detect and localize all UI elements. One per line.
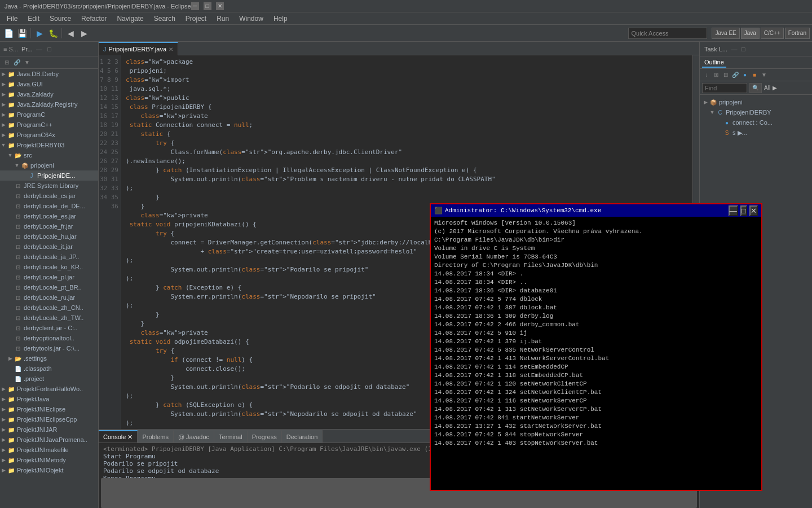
persp-fortran[interactable]: Fortran xyxy=(785,28,810,39)
find-input[interactable] xyxy=(702,83,747,93)
persp-java[interactable]: Java xyxy=(741,28,760,39)
tree-item[interactable]: ⊡derbyLocale_es.jar xyxy=(0,211,98,221)
tree-item[interactable]: ▶📁ProgramC xyxy=(0,110,98,120)
menu-edit[interactable]: Edit xyxy=(23,14,44,24)
tab-javadoc[interactable]: @ Javadoc xyxy=(174,430,214,443)
outline-btn3[interactable]: ⊟ xyxy=(721,71,730,80)
forward-button[interactable]: ▶ xyxy=(78,27,90,40)
menu-navigate[interactable]: Navigate xyxy=(112,14,148,24)
tab-terminal[interactable]: Terminal xyxy=(214,430,248,443)
tree-item[interactable]: ▶📁Java.GUI xyxy=(0,79,98,89)
back-button[interactable]: ◀ xyxy=(64,27,77,40)
tree-item[interactable]: ▶📁ProjektJava xyxy=(0,394,98,404)
new-button[interactable]: 📄 xyxy=(2,27,15,40)
tree-item[interactable]: ⊡derbyLocale_cs.jar xyxy=(0,191,98,201)
tree-item[interactable]: ▶📁ProjektJNIJAR xyxy=(0,424,98,435)
quick-access-box[interactable]: Quick Access xyxy=(628,28,707,39)
persp-cpp[interactable]: C/C++ xyxy=(761,28,784,39)
cmd-maximize[interactable]: □ xyxy=(740,205,747,216)
debug-button[interactable]: 🐛 xyxy=(47,27,59,40)
outline-btn4[interactable]: 🔗 xyxy=(731,71,740,80)
outline-class[interactable]: ▼ C PripojeniDERBY xyxy=(702,107,810,117)
tree-item[interactable]: ⊡derbyLocale_it.jar xyxy=(0,242,98,252)
link-editor-btn[interactable]: 🔗 xyxy=(12,58,21,67)
tree-item[interactable]: JPripojeniDE... xyxy=(0,170,98,181)
save-button[interactable]: 💾 xyxy=(16,27,28,40)
menu-search[interactable]: Search xyxy=(149,14,180,24)
tree-item[interactable]: ⊡derbyLocale_pt_BR.. xyxy=(0,282,98,292)
outline-btn5[interactable]: ● xyxy=(740,71,749,80)
cmd-minimize[interactable]: — xyxy=(729,205,738,216)
tree-item[interactable]: 📄.project xyxy=(0,374,98,384)
tree-item[interactable]: ▶📁ProjektJNIObjekt xyxy=(0,465,98,475)
outline-btn2[interactable]: ⊞ xyxy=(712,71,721,80)
tree-item[interactable]: ▶📁Java.Zaklady.Registry xyxy=(0,99,98,110)
menu-window[interactable]: Window xyxy=(235,14,268,24)
editor-tab-active[interactable]: J PripojeniDERBY.java ✕ xyxy=(99,42,178,55)
tree-item[interactable]: ▶📁ProjektFortranHalloWo.. xyxy=(0,384,98,394)
close-button[interactable]: ✕ xyxy=(216,2,224,10)
tree-item[interactable]: ▶📁ProjektJNIEclipseCpp xyxy=(0,414,98,424)
menu-file[interactable]: File xyxy=(2,14,22,24)
left-panel-tab1[interactable]: ≡ S... xyxy=(2,45,19,54)
menu-help[interactable]: Help xyxy=(269,14,292,24)
left-panel-maximize[interactable]: □ xyxy=(45,45,54,54)
outline-btn1[interactable]: ↓ xyxy=(702,71,711,80)
tree-item[interactable]: ▶📁ProjektJNIMetody xyxy=(0,455,98,465)
left-panel-tab2[interactable]: Pr... xyxy=(20,45,34,54)
tree-item[interactable]: ▼📁ProjektDERBY03 xyxy=(0,140,98,150)
tree-icon: 📦 xyxy=(20,161,29,170)
tree-item[interactable]: 📄.classpath xyxy=(0,364,98,374)
minimize-button[interactable]: ─ xyxy=(191,2,199,10)
collapse-all-btn[interactable]: ⊟ xyxy=(2,58,11,67)
task-list-tab[interactable]: Task L... xyxy=(702,45,730,54)
tree-item[interactable]: ⊡derbyoptionaltool.. xyxy=(0,333,98,343)
persp-javaee[interactable]: Java EE xyxy=(712,28,739,39)
tree-item[interactable]: ⊡derbyLocale_pl.jar xyxy=(0,272,98,282)
tab-declaration[interactable]: Declaration xyxy=(282,430,323,443)
outline-package[interactable]: ▶ 📦 pripojeni xyxy=(702,97,810,107)
tree-item[interactable]: ⊡derbytools.jar - C:\... xyxy=(0,343,98,353)
tree-item[interactable]: ⊡derbyLocale_ru.jar xyxy=(0,292,98,303)
tree-item[interactable]: ▶📁Java.DB.Derby xyxy=(0,69,98,79)
tab-console[interactable]: Console ✕ xyxy=(99,430,138,443)
tree-item[interactable]: ▶📁ProjektJNImakefile xyxy=(0,445,98,455)
outline-static-init[interactable]: S s ▶... xyxy=(702,128,810,138)
cmd-close[interactable]: ✕ xyxy=(749,205,758,216)
maximize-button[interactable]: □ xyxy=(204,2,211,10)
outline-tab-label[interactable]: Outline xyxy=(702,58,726,68)
tree-item[interactable]: ⊡JRE System Library xyxy=(0,181,98,191)
menu-source[interactable]: Source xyxy=(45,14,76,24)
tree-item[interactable]: ⊡derbyLocale_zh_TW.. xyxy=(0,313,98,323)
tree-item[interactable]: ▼📂src xyxy=(0,150,98,160)
tree-item[interactable]: ▶📁ProjektJNIJavaPromena.. xyxy=(0,435,98,445)
tree-item[interactable]: ▶📁Java.Zaklady xyxy=(0,89,98,99)
tab-progress[interactable]: Progress xyxy=(248,430,282,443)
tree-item[interactable]: ⊡derbyLocale_zh_CN.. xyxy=(0,303,98,313)
tree-item[interactable]: ▶📁ProjektJNIEclipse xyxy=(0,404,98,414)
run-button[interactable]: ▶ xyxy=(33,27,46,40)
tree-item[interactable]: ⊡derbyLocale_hu.jar xyxy=(0,231,98,242)
menu-run[interactable]: Run xyxy=(212,14,233,24)
outline-btn6[interactable]: ■ xyxy=(750,71,759,80)
tab-problems[interactable]: Problems xyxy=(138,430,173,443)
outline-field-connect[interactable]: ● connect : Co... xyxy=(702,117,810,128)
tree-item[interactable]: ⊡derbyLocale_de_DE... xyxy=(0,201,98,211)
left-panel-minimize[interactable]: — xyxy=(35,45,44,54)
tree-item[interactable]: ▶📁ProgramC64x xyxy=(0,130,98,140)
editor-tab-close[interactable]: ✕ xyxy=(169,46,173,52)
outline-btn7[interactable]: ▼ xyxy=(760,71,769,80)
menu-project[interactable]: Project xyxy=(181,14,211,24)
tree-item[interactable]: ⊡derbyLocale_ko_KR.. xyxy=(0,262,98,272)
explorer-menu-btn[interactable]: ▼ xyxy=(23,58,32,67)
tree-item[interactable]: ▼📦pripojeni xyxy=(0,160,98,170)
find-search-btn[interactable]: 🔍 xyxy=(749,83,762,93)
right-panel-maximize[interactable]: □ xyxy=(739,45,748,54)
menu-refactor[interactable]: Refactor xyxy=(77,14,111,24)
tree-item[interactable]: ▶📁ProgramC++ xyxy=(0,120,98,130)
right-panel-minimize[interactable]: — xyxy=(730,45,739,54)
tree-item[interactable]: ⊡derbyclient.jar - C:.. xyxy=(0,323,98,333)
tree-item[interactable]: ▶📂.settings xyxy=(0,353,98,364)
tree-item[interactable]: ⊡derbyLocale_ja_JP.. xyxy=(0,252,98,262)
tree-item[interactable]: ⊡derbyLocale_fr.jar xyxy=(0,221,98,231)
